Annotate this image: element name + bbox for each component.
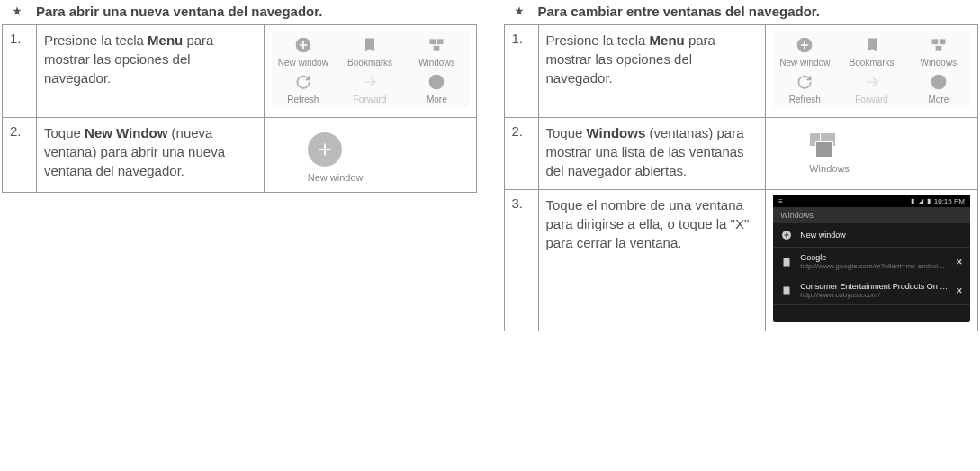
- menu-label: Bookmarks: [347, 58, 392, 68]
- refresh-icon: [794, 71, 815, 93]
- status-bar: ≡ ▮ ◢ ▮ 10:15 PM: [773, 195, 970, 207]
- forward-icon: [359, 71, 381, 93]
- menu-windows[interactable]: Windows: [909, 34, 968, 68]
- star-icon: [11, 5, 23, 18]
- star-icon: [513, 5, 526, 18]
- svg-rect-12: [784, 286, 790, 294]
- bookmark-icon: [861, 34, 883, 56]
- step-text: Toque Windows (ventanas) para mostrar un…: [538, 118, 766, 190]
- plus-circle-icon: [794, 34, 815, 56]
- svg-point-9: [931, 75, 947, 90]
- svg-rect-11: [784, 258, 790, 266]
- right-heading: Para cambiar entre ventanas del navegado…: [513, 4, 979, 19]
- right-column: Para cambiar entre ventanas del navegado…: [504, 0, 979, 331]
- windows-icon-screenshot: Windows: [766, 118, 978, 190]
- step-text: Toque New Window (nueva ventana) para ab…: [37, 118, 265, 193]
- step-number: 1.: [504, 25, 538, 118]
- plus-circle-icon[interactable]: [308, 132, 342, 167]
- menu-label: Windows: [921, 58, 958, 68]
- table-row: 1. Presione la tecla Menu para mostrar l…: [504, 25, 978, 118]
- windows-icon: [928, 34, 949, 56]
- table-row: 2. Toque New Window (nueva ventana) para…: [3, 118, 477, 193]
- menu-label: Bookmarks: [850, 58, 895, 68]
- step-number: 1.: [3, 25, 37, 118]
- step-number: 2.: [504, 118, 538, 190]
- carrier-icon: ≡: [778, 197, 783, 205]
- left-column: Para abrir una nueva ventana del navegad…: [2, 0, 477, 331]
- menu-label: Refresh: [287, 95, 319, 104]
- menu-windows[interactable]: Windows: [407, 34, 466, 68]
- close-icon[interactable]: ✕: [956, 286, 963, 295]
- window-list-item[interactable]: Consumer Entertainment Products On the G…: [773, 276, 970, 305]
- svg-point-4: [429, 75, 445, 90]
- more-icon: [426, 71, 447, 93]
- menu-label: New window: [278, 58, 328, 68]
- left-heading-text: Para abrir una nueva ventana del navegad…: [36, 4, 322, 19]
- menu-forward[interactable]: Forward: [841, 71, 901, 104]
- close-icon[interactable]: ✕: [956, 258, 963, 267]
- svg-rect-8: [936, 46, 942, 51]
- left-heading: Para abrir una nueva ventana del navegad…: [11, 4, 477, 19]
- menu-label: Refresh: [789, 95, 821, 104]
- menu-new-window[interactable]: New window: [775, 34, 834, 68]
- windows-icon[interactable]: [809, 132, 840, 158]
- step-text: Presione la tecla Menu para mostrar las …: [37, 25, 265, 118]
- forward-icon: [861, 71, 883, 93]
- browser-menu-screenshot: New window Bookmarks Windows Refres: [766, 25, 978, 118]
- menu-more[interactable]: More: [909, 71, 968, 104]
- menu-new-window[interactable]: New window: [274, 34, 333, 68]
- menu-label: Forward: [354, 95, 387, 104]
- svg-rect-6: [931, 39, 938, 44]
- windows-tab-header: Windows: [773, 207, 970, 223]
- table-row: 3. Toque el nombre de una ventana para d…: [504, 190, 978, 331]
- table-row: 2. Toque Windows (ventanas) para mostrar…: [504, 118, 978, 190]
- windows-icon: [426, 34, 447, 56]
- page-icon: [780, 256, 793, 268]
- windows-list-screenshot: ≡ ▮ ◢ ▮ 10:15 PM Windows New window: [766, 190, 978, 331]
- new-window-icon-screenshot: New window: [264, 118, 476, 193]
- single-label: New window: [308, 172, 364, 183]
- page-icon: [780, 285, 793, 297]
- refresh-icon: [292, 71, 314, 93]
- svg-rect-3: [434, 46, 440, 51]
- menu-label: More: [427, 95, 447, 104]
- step-number: 2.: [3, 118, 37, 193]
- menu-label: More: [928, 95, 949, 104]
- battery-icon: ▮: [927, 197, 931, 205]
- table-row: 1. Presione la tecla Menu para mostrar l…: [3, 25, 477, 118]
- right-steps-table: 1. Presione la tecla Menu para mostrar l…: [504, 24, 979, 331]
- menu-forward[interactable]: Forward: [340, 71, 400, 104]
- menu-bookmarks[interactable]: Bookmarks: [340, 34, 400, 68]
- svg-rect-7: [940, 39, 946, 44]
- menu-refresh[interactable]: Refresh: [775, 71, 834, 104]
- svg-rect-1: [430, 39, 436, 44]
- more-icon: [928, 71, 949, 93]
- menu-refresh[interactable]: Refresh: [274, 71, 333, 104]
- menu-label: Forward: [855, 95, 888, 104]
- right-heading-text: Para cambiar entre ventanas del navegado…: [538, 4, 820, 19]
- window-list-item[interactable]: Google http://www.google.com/m?client=ms…: [773, 248, 970, 276]
- menu-label: Windows: [418, 58, 455, 68]
- clock: 10:15 PM: [934, 197, 965, 205]
- step-text: Toque el nombre de una ventana para diri…: [538, 190, 766, 331]
- left-steps-table: 1. Presione la tecla Menu para mostrar l…: [2, 24, 477, 193]
- wifi-icon: ◢: [918, 197, 923, 205]
- menu-label: New window: [779, 58, 830, 68]
- single-label: Windows: [809, 163, 850, 174]
- bookmark-icon: [359, 34, 381, 56]
- menu-bookmarks[interactable]: Bookmarks: [841, 34, 901, 68]
- svg-rect-2: [437, 39, 444, 44]
- step-text: Presione la tecla Menu para mostrar las …: [538, 25, 766, 118]
- signal-icon: ▮: [911, 197, 914, 205]
- menu-more[interactable]: More: [407, 71, 466, 104]
- step-number: 3.: [504, 190, 538, 331]
- plus-circle-icon: [780, 229, 793, 241]
- browser-menu-screenshot: New window Bookmarks Windows Refres: [264, 25, 476, 118]
- new-window-row[interactable]: New window: [773, 223, 970, 248]
- plus-circle-icon: [292, 34, 314, 56]
